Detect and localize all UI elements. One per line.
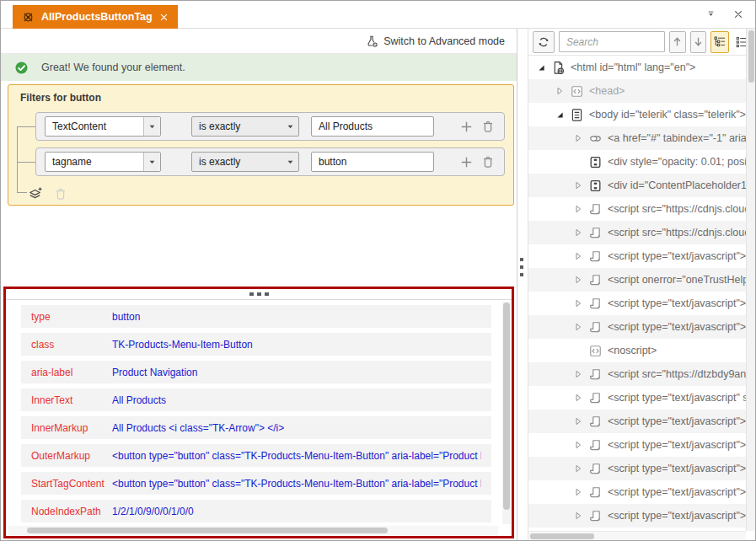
dom-tree-node[interactable]: <a href="#" tabindex="-1" aria- (528, 126, 746, 150)
expand-toggle[interactable] (535, 63, 546, 72)
filter-value-input[interactable] (311, 152, 434, 172)
expand-triangle-icon (574, 205, 582, 213)
tab-close-icon[interactable] (159, 13, 169, 22)
panel-drag-handle[interactable] (6, 289, 512, 300)
chevron-down-icon (287, 123, 294, 131)
dom-tree-node[interactable]: <head> (528, 79, 746, 103)
switch-advanced-mode-button[interactable]: Switch to Advanced mode (365, 35, 505, 48)
expand-toggle[interactable] (572, 464, 583, 473)
tree-horizontal-scrollbar[interactable] (528, 531, 746, 540)
dom-tree-node[interactable]: <div style="opacity: 0.01; positi (528, 150, 746, 174)
expand-toggle[interactable] (572, 299, 583, 308)
dom-tree-node[interactable]: <body id="telerik" class="telerik"> (528, 103, 746, 126)
collapse-triangle-icon (537, 63, 545, 72)
dom-tree-node[interactable]: <script src="https://cdnjs.clouc (528, 221, 746, 244)
expand-triangle-icon (574, 512, 582, 520)
dom-tree-node[interactable]: <script type="text/javascript"> (528, 315, 746, 339)
dom-tree-node[interactable]: <script type="text/javascript"> (528, 433, 746, 457)
tree-view-toggle[interactable] (710, 31, 728, 53)
script-icon (588, 297, 603, 311)
properties-vertical-scrollbar[interactable] (502, 302, 511, 524)
scrollbar-thumb[interactable] (748, 30, 754, 83)
delete-filter-icon[interactable] (480, 119, 496, 134)
filter-value-input[interactable] (311, 116, 434, 137)
expand-toggle[interactable] (572, 488, 583, 496)
auto-hide-pin-icon[interactable] (705, 8, 716, 19)
expand-triangle-icon (574, 134, 582, 142)
dom-tree-node[interactable]: <script type="text/javascript"> (528, 244, 746, 268)
script-icon (588, 226, 603, 240)
expand-toggle[interactable] (572, 276, 583, 284)
property-row: InnerMarkup All Products <i class="TK-Ar… (21, 416, 491, 439)
scrollbar-thumb[interactable] (530, 533, 594, 539)
expand-toggle[interactable] (572, 441, 583, 449)
script-icon (588, 462, 603, 476)
delete-filter-icon[interactable] (480, 154, 496, 169)
link-icon (588, 131, 603, 146)
expand-toggle[interactable] (572, 134, 583, 142)
node-markup-text: <script type="text/javascript"> (608, 415, 746, 427)
dom-tree-node[interactable]: <script type="text/javascript" sr (528, 386, 746, 410)
expand-toggle[interactable] (572, 323, 583, 331)
properties-horizontal-scrollbar[interactable] (8, 526, 498, 535)
expand-toggle[interactable] (572, 394, 583, 402)
tab-all-products-button-tag[interactable]: AllProductsButtonTag (13, 5, 178, 29)
delete-filter-group-icon[interactable] (53, 186, 68, 201)
node-markup-text: <script type="text/javascript" sr (608, 392, 746, 404)
tree-vertical-scrollbar[interactable] (746, 29, 755, 531)
node-markup-text: <body id="telerik" class="telerik"> (589, 109, 746, 121)
dom-tree: <html id="html" lang="en"> <head> <body … (528, 56, 755, 540)
expand-toggle[interactable] (572, 228, 583, 237)
expand-toggle[interactable] (572, 205, 583, 213)
node-markup-text: <div style="opacity: 0.01; positi (608, 156, 746, 168)
property-key: class (31, 339, 112, 351)
window-close-icon[interactable] (733, 9, 743, 19)
property-key: InnerMarkup (31, 422, 112, 434)
dom-tree-node[interactable]: <script type="text/javascript"> (528, 504, 746, 528)
filter-operator-dropdown[interactable]: is exactly (191, 116, 299, 137)
expand-toggle[interactable] (554, 110, 565, 119)
property-row: class TK-Products-Menu-Item-Button (21, 333, 491, 356)
dom-search-input[interactable] (559, 31, 665, 52)
add-filter-icon[interactable] (458, 154, 475, 170)
filter-connector-line (17, 126, 18, 192)
advanced-mode-icon (365, 35, 378, 48)
expand-triangle-icon (574, 228, 582, 237)
expand-toggle[interactable] (572, 417, 583, 426)
dom-tree-node[interactable]: <script type="text/javascript"> (528, 480, 746, 504)
dom-tree-node[interactable]: <html id="html" lang="en"> (528, 56, 746, 79)
filter-operator-dropdown[interactable]: is exactly (191, 152, 299, 172)
panel-splitter[interactable] (517, 29, 528, 540)
search-previous-button[interactable] (669, 31, 686, 53)
dom-tree-node[interactable]: <script src="https://cdnjs.clouc (528, 197, 746, 221)
dom-tree-node[interactable]: <div id="ContentPlaceholder1_ (528, 174, 746, 197)
filter-field-dropdown[interactable]: tagname (45, 152, 161, 172)
add-filter-icon[interactable] (458, 119, 475, 135)
search-next-button[interactable] (690, 31, 707, 53)
scrollbar-thumb[interactable] (503, 303, 510, 510)
filter-field-dropdown[interactable]: TextContent (45, 116, 161, 137)
property-value: 1/2/1/0/9/0/0/1/0/0 (112, 506, 194, 517)
dom-tree-node[interactable]: <script type="text/javascript"> (528, 410, 746, 433)
expand-toggle[interactable] (572, 181, 583, 190)
expand-toggle[interactable] (554, 87, 565, 95)
dom-tree-node[interactable]: <script onerror="oneTrustHelp (528, 268, 746, 292)
dom-tree-node[interactable]: <script type="text/javascript"> (528, 457, 746, 480)
expand-triangle-icon (574, 252, 582, 260)
dom-tree-node[interactable]: <noscript> (528, 339, 746, 362)
expand-toggle[interactable] (572, 252, 583, 260)
script-icon (588, 391, 603, 405)
script-icon (588, 367, 603, 382)
filter-row: TextContent is exactly (35, 112, 505, 141)
property-key: aria-label (31, 367, 112, 378)
node-markup-text: <script src="https://cdnjs.clouc (608, 203, 746, 215)
expand-toggle[interactable] (572, 512, 583, 520)
expand-triangle-icon (574, 323, 582, 331)
dom-tree-node[interactable]: <script src="https://dtzbdy9an (528, 362, 746, 386)
dom-tree-node[interactable]: <script type="text/javascript"> (528, 292, 746, 315)
chevron-down-icon (287, 158, 294, 166)
add-filter-group-icon[interactable] (27, 186, 43, 202)
scrollbar-thumb[interactable] (27, 528, 388, 533)
expand-toggle[interactable] (572, 370, 583, 378)
refresh-dom-button[interactable] (533, 31, 555, 53)
